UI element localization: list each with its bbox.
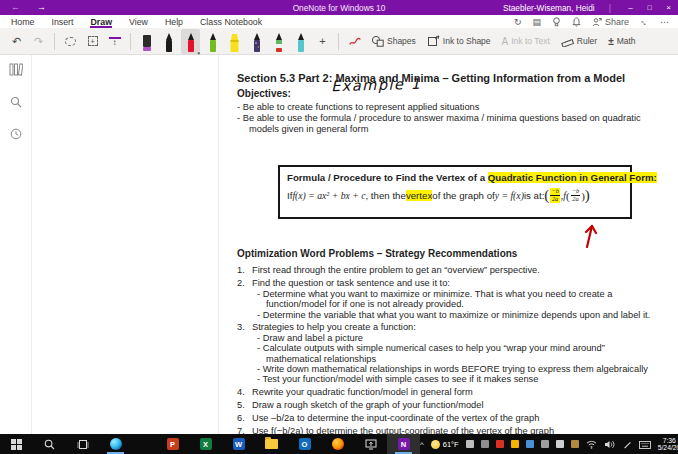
red-ink-arrow xyxy=(581,223,599,249)
taskbar-search-icon[interactable] xyxy=(33,434,66,454)
lightbulb-icon[interactable] xyxy=(552,17,561,27)
eraser-tool[interactable] xyxy=(137,29,156,54)
pen-teal[interactable] xyxy=(291,29,310,54)
tab-class-notebook[interactable]: Class Notebook xyxy=(200,15,262,28)
handwritten-ink-example: Example 1 xyxy=(331,76,422,94)
sync-icon[interactable]: ↻ xyxy=(514,17,522,27)
pen-rainbow[interactable] xyxy=(269,29,288,54)
item-number: 7. xyxy=(237,426,252,434)
pen-galaxy[interactable] xyxy=(247,29,266,54)
forward-arrow-icon[interactable]: → xyxy=(37,0,46,15)
item-number: 6. xyxy=(237,413,252,423)
shapes-button[interactable]: Shapes xyxy=(367,35,420,47)
insert-space-icon[interactable]: ↕ xyxy=(105,31,124,51)
item-text: Rewrite your quadratic function/model in… xyxy=(252,387,655,397)
list-item: 3. Strategies to help you create a funct… xyxy=(237,322,655,332)
share-button[interactable]: Share xyxy=(592,17,629,27)
shapes-icon xyxy=(371,35,384,47)
outlook-icon[interactable]: O xyxy=(288,434,321,454)
page-canvas[interactable]: Section 5.3 Part 2: Maxima and Minima – … xyxy=(32,55,678,434)
tray-app-icon[interactable] xyxy=(526,440,534,448)
notebooks-icon[interactable] xyxy=(9,62,23,80)
list-item: 1. First read through the entire problem… xyxy=(237,265,655,275)
tray-app-icon[interactable] xyxy=(571,440,579,448)
tray-app-icon[interactable] xyxy=(556,440,564,448)
windows-taskbar: P X W O N ^ 61°F 7:36 PM xyxy=(0,434,678,454)
more-options-icon[interactable]: ⋯ xyxy=(660,17,669,27)
pane-divider xyxy=(218,55,219,434)
feed-icon[interactable]: ▤ xyxy=(532,17,541,27)
undo-button[interactable]: ↶ xyxy=(7,31,26,51)
edge-icon[interactable] xyxy=(99,434,132,454)
maximize-button[interactable]: □ xyxy=(640,0,659,15)
tray-app-icon[interactable] xyxy=(466,440,474,448)
file-explorer-icon[interactable] xyxy=(255,434,288,454)
tray-app-icon[interactable] xyxy=(481,440,489,448)
bell-icon[interactable] xyxy=(572,17,581,27)
add-pen-button[interactable]: + xyxy=(313,31,332,51)
sub-item: - Determine the variable that what you w… xyxy=(257,310,655,320)
network-icon[interactable] xyxy=(586,435,597,453)
item-text: Find the question or task sentence and u… xyxy=(252,278,655,288)
start-button[interactable] xyxy=(0,434,33,454)
tray-app-icon[interactable] xyxy=(496,440,504,448)
back-arrow-icon[interactable]: ← xyxy=(11,0,20,15)
tab-help[interactable]: Help xyxy=(165,15,183,28)
formula-highlight-vertex: vertex xyxy=(406,190,432,201)
ink-to-text-icon: A xyxy=(502,36,509,47)
pen-black[interactable] xyxy=(159,29,178,54)
close-button[interactable]: × xyxy=(659,0,678,15)
weather-widget[interactable]: 61°F xyxy=(431,440,459,449)
pen-tray-icon[interactable] xyxy=(623,435,632,453)
pen-green[interactable] xyxy=(203,29,222,54)
excel-icon[interactable]: X xyxy=(189,434,222,454)
ruler-button[interactable]: Ruler xyxy=(557,35,601,47)
objective-bullets: - Be able to create functions to represe… xyxy=(237,102,651,134)
list-item: 2. Find the question or task sentence an… xyxy=(237,278,655,288)
firefox-icon[interactable] xyxy=(321,434,354,454)
taskbar-clock[interactable]: 7:36 PM 5/24/2022 xyxy=(658,437,678,452)
powerpoint-icon[interactable]: P xyxy=(156,434,189,454)
tray-expand-icon[interactable]: ^ xyxy=(420,440,424,449)
math-button[interactable]: ± Math xyxy=(604,36,639,47)
window-title: OneNote for Windows 10 xyxy=(293,3,386,13)
tab-draw[interactable]: Draw xyxy=(90,15,112,28)
lasso-select-icon[interactable] xyxy=(61,31,80,51)
list-item: 7. Use f(−b/2a) to determine the output-… xyxy=(237,426,655,434)
tray-app-icon[interactable] xyxy=(511,440,519,448)
search-icon[interactable] xyxy=(10,94,22,112)
pen-red-selected[interactable]: ▾ xyxy=(181,29,200,54)
formula-box: Formula / Procedure to Find the Vertex o… xyxy=(278,165,632,219)
minimize-button[interactable]: – xyxy=(621,0,640,15)
formula-heading-highlight: Quadratic Function in General Form: xyxy=(488,172,657,183)
ink-replay-icon[interactable] xyxy=(345,31,364,51)
math-icon: ± xyxy=(608,36,614,47)
onenote-icon[interactable]: N xyxy=(387,434,420,454)
highlighter-yellow[interactable] xyxy=(225,29,244,54)
weather-temperature: 61°F xyxy=(443,440,459,449)
paren: ( xyxy=(544,187,549,204)
ink-to-text-button[interactable]: A Ink to Text xyxy=(498,36,554,47)
task-view-icon[interactable] xyxy=(66,434,99,454)
select-objects-icon[interactable]: + xyxy=(83,31,102,51)
ink-to-text-label: Ink to Text xyxy=(511,36,550,46)
ruler-icon xyxy=(561,35,574,47)
ink-to-shape-icon xyxy=(427,35,440,47)
word-icon[interactable]: W xyxy=(222,434,255,454)
objective-bullet: - Be able to use the formula / procedure… xyxy=(237,113,651,135)
touch-keyboard-icon[interactable] xyxy=(639,435,651,453)
ink-to-shape-button[interactable]: Ink to Shape xyxy=(423,35,495,47)
formula-text: is at: xyxy=(524,190,544,201)
tab-insert[interactable]: Insert xyxy=(51,15,73,28)
ribbon-tabs: Home Insert Draw View Help Class Noteboo… xyxy=(0,15,262,28)
volume-icon[interactable] xyxy=(604,435,616,453)
fullscreen-icon[interactable]: ↔ xyxy=(638,15,651,28)
redo-button[interactable]: ↷ xyxy=(29,31,48,51)
tab-home[interactable]: Home xyxy=(11,15,34,28)
account-name[interactable]: Staebler-Wiseman, Heidi xyxy=(503,3,595,13)
tray-app-icon[interactable] xyxy=(541,440,549,448)
screen-share-icon[interactable] xyxy=(354,434,387,454)
recent-notes-icon[interactable] xyxy=(10,126,22,144)
sub-item: - Calculate outputs with simple numerica… xyxy=(257,343,655,364)
tab-view[interactable]: View xyxy=(129,15,148,28)
